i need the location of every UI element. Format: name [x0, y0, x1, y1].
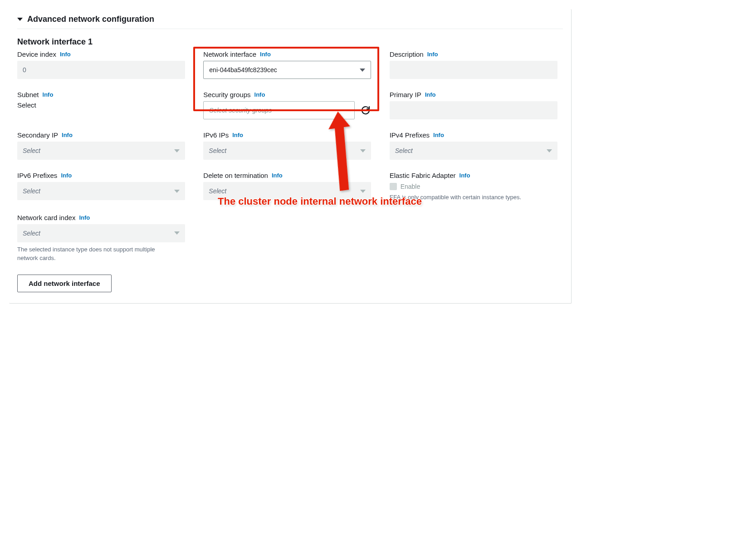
- field-efa: Elastic Fabric Adapter Info Enable EFA i…: [390, 172, 557, 202]
- label: Description: [390, 50, 424, 58]
- label: IPv6 Prefixes: [17, 172, 57, 179]
- ipv4-prefixes-select[interactable]: Select: [390, 142, 557, 160]
- label: IPv4 Prefixes: [390, 131, 430, 139]
- security-groups-select[interactable]: Select security groups: [203, 101, 355, 119]
- device-index-input: 0: [17, 61, 185, 79]
- label: Delete on termination: [203, 172, 268, 179]
- efa-enable-checkbox[interactable]: [390, 183, 397, 190]
- field-security-groups: Security groups Info Select security gro…: [203, 91, 371, 119]
- field-ipv6-ips: IPv6 IPs Info Select: [203, 131, 371, 160]
- field-device-index: Device index Info 0: [17, 50, 185, 79]
- info-link[interactable]: Info: [62, 132, 73, 138]
- delete-on-termination-select[interactable]: Select: [203, 182, 371, 200]
- label: Primary IP: [390, 91, 421, 98]
- chevron-down-icon: [547, 149, 552, 152]
- info-link[interactable]: Info: [272, 172, 283, 179]
- field-secondary-ip: Secondary IP Info Select: [17, 131, 185, 160]
- net-card-help-text: The selected instance type does not supp…: [17, 245, 162, 263]
- efa-enable-label: Enable: [401, 183, 420, 190]
- section-title: Network interface 1: [17, 37, 563, 47]
- field-network-card-index: Network card index Info Select The selec…: [17, 214, 185, 263]
- info-link[interactable]: Info: [60, 51, 71, 58]
- network-card-index-select[interactable]: Select: [17, 224, 185, 242]
- info-link[interactable]: Info: [79, 214, 90, 221]
- info-link[interactable]: Info: [232, 132, 243, 138]
- info-link[interactable]: Info: [61, 172, 72, 179]
- panel-header[interactable]: Advanced network configuration: [17, 9, 563, 29]
- info-link[interactable]: Info: [254, 91, 265, 98]
- caret-down-icon: [17, 18, 23, 21]
- label: Elastic Fabric Adapter: [390, 172, 456, 179]
- chevron-down-icon: [174, 190, 180, 193]
- field-network-interface: Network interface Info eni-044ba549fc823…: [203, 50, 371, 79]
- info-link[interactable]: Info: [427, 51, 438, 58]
- field-delete-on-termination: Delete on termination Info Select: [203, 172, 371, 200]
- panel-title: Advanced network configuration: [27, 15, 154, 24]
- label: Secondary IP: [17, 131, 58, 139]
- chevron-down-icon: [174, 231, 180, 235]
- info-link[interactable]: Info: [43, 91, 54, 98]
- secondary-ip-select[interactable]: Select: [17, 142, 185, 160]
- refresh-icon[interactable]: [360, 105, 371, 116]
- ipv6-prefixes-select[interactable]: Select: [17, 182, 185, 200]
- add-network-interface-button[interactable]: Add network interface: [17, 275, 112, 292]
- primary-ip-input: [390, 101, 557, 119]
- info-link[interactable]: Info: [433, 132, 444, 138]
- efa-help-text: EFA is only compatible with certain inst…: [390, 193, 535, 202]
- field-ipv6-prefixes: IPv6 Prefixes Info Select: [17, 172, 185, 200]
- description-input: [390, 61, 557, 79]
- label: Subnet: [17, 91, 39, 98]
- network-interface-select[interactable]: eni-044ba549fc8239cec: [203, 61, 371, 79]
- field-description: Description Info: [390, 50, 557, 79]
- chevron-down-icon: [360, 149, 366, 152]
- info-link[interactable]: Info: [260, 51, 271, 58]
- field-subnet: Subnet Info Select: [17, 91, 185, 109]
- label: IPv6 IPs: [203, 131, 229, 139]
- ipv6-ips-select[interactable]: Select: [203, 142, 371, 160]
- field-primary-ip: Primary IP Info: [390, 91, 557, 119]
- chevron-down-icon: [360, 69, 365, 72]
- info-link[interactable]: Info: [460, 172, 470, 179]
- info-link[interactable]: Info: [425, 91, 436, 98]
- chevron-down-icon: [360, 190, 366, 193]
- chevron-down-icon: [174, 149, 180, 152]
- label: Device index: [17, 50, 56, 58]
- label: Network card index: [17, 214, 75, 221]
- subnet-value: Select: [17, 101, 185, 109]
- label: Security groups: [203, 91, 250, 98]
- advanced-network-panel: Advanced network configuration Network i…: [9, 9, 572, 304]
- field-ipv4-prefixes: IPv4 Prefixes Info Select: [390, 131, 557, 160]
- label: Network interface: [203, 50, 256, 58]
